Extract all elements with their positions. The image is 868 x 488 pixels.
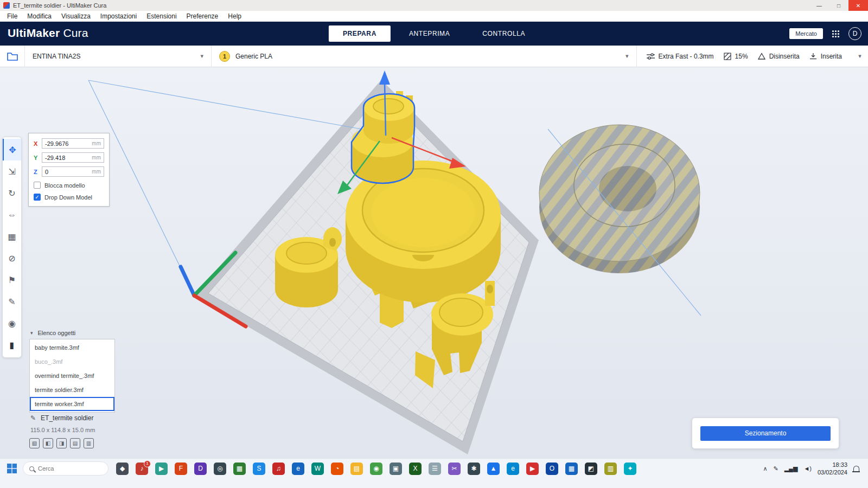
x-position-input[interactable] bbox=[45, 140, 88, 147]
tool-support-blocker[interactable]: ⊘ bbox=[3, 247, 21, 269]
tab-prepara[interactable]: PREPARA bbox=[329, 25, 391, 42]
apps-grid-icon[interactable] bbox=[832, 30, 840, 38]
object-list-item[interactable]: buco_.3mf bbox=[30, 355, 114, 369]
viewport-3d[interactable]: ✥ ⇲ ↻ ⇔ ▦ ⊘ ⚑ ✎ ◉ ▮ X bbox=[0, 67, 868, 458]
taskbar-icon-widgets[interactable]: ◆ bbox=[116, 463, 129, 475]
y-position-row: Y mm bbox=[34, 152, 104, 163]
wifi-icon[interactable]: ▂▄▆ bbox=[784, 465, 798, 472]
view-right[interactable]: ▥ bbox=[84, 438, 94, 448]
material-selector[interactable]: 1 Generic PLA ▾ bbox=[212, 46, 637, 67]
taskbar-icon-skype[interactable]: S bbox=[253, 463, 265, 475]
object-list-header[interactable]: ▾ Elenco oggetti bbox=[30, 330, 75, 336]
slice-button[interactable]: Sezionamento bbox=[700, 426, 831, 441]
tool-mesh-tools[interactable]: ◉ bbox=[3, 312, 21, 334]
taskbar-icon-snip[interactable]: ✂ bbox=[448, 463, 461, 475]
taskbar-icon-browser-e[interactable]: e bbox=[292, 463, 304, 475]
taskbar-icon-player[interactable]: ♪ 1 bbox=[136, 463, 148, 475]
print-settings-selector[interactable]: Extra Fast - 0.3mm 15% Disinserita Inser… bbox=[637, 46, 852, 67]
object-list-item[interactable]: overmind termite_.3mf bbox=[30, 369, 114, 383]
taskbar-icon-folder[interactable]: ▤ bbox=[350, 463, 363, 475]
folder-icon bbox=[7, 52, 18, 61]
slice-panel: Sezionamento bbox=[692, 418, 839, 449]
tray-expand-icon[interactable]: ∧ bbox=[763, 465, 767, 472]
taskbar-icon-firefox[interactable]: ◔ bbox=[331, 463, 343, 475]
tab-anteprima[interactable]: ANTEPRIMA bbox=[395, 25, 464, 42]
menu-visualizza[interactable]: Visualizza bbox=[56, 12, 95, 20]
minimize-button[interactable]: — bbox=[809, 0, 829, 11]
y-position-input[interactable] bbox=[45, 155, 88, 161]
rename-pencil-icon[interactable]: ✎ bbox=[30, 414, 36, 422]
taskbar-icon-android[interactable]: ▲ bbox=[487, 463, 500, 475]
lock-model-checkbox-box[interactable] bbox=[34, 182, 41, 189]
model-buco-offplate[interactable] bbox=[539, 125, 700, 273]
taskbar-icon-notes[interactable]: ☰ bbox=[429, 463, 441, 475]
infill-setting: 15% bbox=[724, 53, 748, 60]
taskbar-icon-paint[interactable]: ✦ bbox=[624, 463, 636, 475]
taskbar-icon-sheets[interactable]: ▦ bbox=[233, 463, 246, 475]
taskbar-icon-writer[interactable]: W bbox=[311, 463, 324, 475]
configuration-bar: ENTINA TINA2S ▾ 1 Generic PLA ▾ Extra Fa… bbox=[0, 46, 868, 67]
object-list-item[interactable]: baby termite.3mf bbox=[30, 341, 114, 355]
tab-controlla[interactable]: CONTROLLA bbox=[468, 25, 539, 42]
view-3d[interactable]: ▧ bbox=[29, 438, 40, 448]
taskbar-icon-sheets2[interactable]: ▥ bbox=[604, 463, 617, 475]
tool-per-model-settings[interactable]: ▦ bbox=[3, 226, 21, 247]
chevron-down-icon: ▾ bbox=[200, 53, 203, 60]
menu-modifica[interactable]: Modifica bbox=[22, 12, 56, 20]
tool-move[interactable]: ✥ bbox=[3, 139, 21, 160]
lock-model-checkbox[interactable]: Blocca modello bbox=[34, 182, 104, 189]
taskbar-icon-darts[interactable]: ◎ bbox=[214, 463, 226, 475]
taskbar-icon-davinci[interactable]: D bbox=[194, 463, 207, 475]
menu-file[interactable]: File bbox=[2, 12, 22, 20]
gizmo-z-arrow bbox=[379, 70, 390, 85]
taskbar-icon-excel[interactable]: X bbox=[409, 463, 422, 475]
app-window: ET_termite soldier - UltiMaker Cura — □ … bbox=[0, 0, 868, 488]
notifications-bell-icon[interactable] bbox=[853, 466, 859, 471]
tool-tab-plugin[interactable]: ⚑ bbox=[3, 269, 21, 291]
search-input[interactable] bbox=[38, 465, 92, 472]
account-avatar[interactable]: D bbox=[848, 27, 861, 40]
settings-expand-chevron[interactable]: ▾ bbox=[852, 46, 868, 67]
view-left[interactable]: ▤ bbox=[70, 438, 80, 448]
taskbar-icon-imageglass[interactable]: ◩ bbox=[585, 463, 597, 475]
view-front[interactable]: ◧ bbox=[43, 438, 53, 448]
z-position-input[interactable] bbox=[45, 169, 88, 175]
viewport-3d-scene[interactable] bbox=[0, 67, 868, 458]
support-setting: Disinserita bbox=[758, 53, 800, 60]
object-list-item[interactable]: termite soldier.3mf bbox=[30, 383, 114, 397]
object-list-item[interactable]: termite worker.3mf bbox=[30, 397, 114, 411]
tool-mirror[interactable]: ⇔ bbox=[3, 204, 21, 226]
taskbar-icon-outlook[interactable]: O bbox=[546, 463, 558, 475]
taskbar-icon-capture[interactable]: ▶ bbox=[155, 463, 168, 475]
view-top[interactable]: ◨ bbox=[56, 438, 67, 448]
tool-scale[interactable]: ⇲ bbox=[3, 160, 21, 182]
menu-estensioni[interactable]: Estensioni bbox=[142, 12, 181, 20]
tool-solid-cylinder[interactable]: ▮ bbox=[3, 334, 21, 356]
taskbar-icon-music[interactable]: ♫ bbox=[272, 463, 285, 475]
volume-icon[interactable]: ◄) bbox=[803, 465, 812, 472]
taskbar-icon-flstudio[interactable]: F bbox=[175, 463, 187, 475]
pen-icon[interactable]: ✎ bbox=[773, 465, 778, 472]
tool-custom-supports[interactable]: ✎ bbox=[3, 291, 21, 312]
menu-help[interactable]: Help bbox=[223, 12, 246, 20]
taskbar-icon-youtube[interactable]: ▶ bbox=[526, 463, 539, 475]
tool-rotate[interactable]: ↻ bbox=[3, 182, 21, 204]
marketplace-button[interactable]: Mercato bbox=[789, 28, 823, 39]
drop-down-model-checkbox-box[interactable]: ✓ bbox=[34, 194, 41, 201]
menu-preferenze[interactable]: Preferenze bbox=[182, 12, 224, 20]
menu-impostazioni[interactable]: Impostazioni bbox=[95, 12, 142, 20]
taskbar-icon-office[interactable]: ▦ bbox=[565, 463, 578, 475]
start-button[interactable] bbox=[4, 461, 20, 476]
clock[interactable]: 18:33 03/02/2024 bbox=[818, 461, 847, 477]
drop-down-model-checkbox[interactable]: ✓ Drop Down Model bbox=[34, 194, 104, 201]
close-button[interactable]: ✕ bbox=[848, 0, 868, 11]
menu-bar: File Modifica Visualizza Impostazioni Es… bbox=[0, 11, 868, 22]
open-file-button[interactable] bbox=[0, 46, 25, 67]
taskbar-search[interactable] bbox=[23, 461, 108, 476]
taskbar-icon-chrome[interactable]: ◉ bbox=[370, 463, 382, 475]
maximize-button[interactable]: □ bbox=[829, 0, 848, 11]
taskbar-icon-settings[interactable]: ✱ bbox=[468, 463, 480, 475]
taskbar-icon-photos[interactable]: ▣ bbox=[390, 463, 402, 475]
printer-selector[interactable]: ENTINA TINA2S ▾ bbox=[25, 46, 212, 67]
taskbar-icon-edge[interactable]: e bbox=[507, 463, 519, 475]
